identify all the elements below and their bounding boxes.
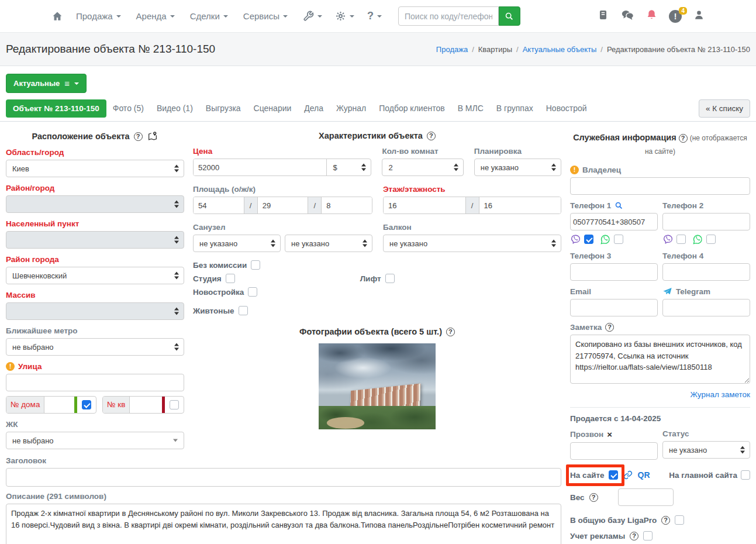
nav-menu-deals[interactable]: Сделки xyxy=(190,11,228,21)
gear-icon[interactable] xyxy=(335,11,354,22)
tab-photo[interactable]: Фото (5) xyxy=(106,99,150,118)
phone2-whatsapp-checkbox[interactable] xyxy=(706,235,716,244)
tab-client-match[interactable]: Подбор клиентов xyxy=(372,99,451,118)
nav-menu-sales[interactable]: Продажа xyxy=(76,11,121,21)
apartment-checkbox[interactable] xyxy=(170,400,179,409)
tab-tasks[interactable]: Дела xyxy=(298,99,330,118)
phone2-viber-checkbox[interactable] xyxy=(676,235,686,244)
call-input[interactable] xyxy=(570,442,658,460)
city-district-select[interactable]: Шевченковский xyxy=(6,267,184,284)
owner-input[interactable] xyxy=(570,177,750,195)
help-icon[interactable]: ? xyxy=(661,516,670,525)
floor-input[interactable] xyxy=(384,197,465,214)
ads-checkbox[interactable] xyxy=(643,531,653,540)
tab-video[interactable]: Видео (1) xyxy=(150,99,199,118)
home-icon[interactable] xyxy=(51,11,63,22)
object-title-input[interactable] xyxy=(6,468,561,487)
help-icon[interactable]: ? xyxy=(427,132,436,140)
back-to-list-button[interactable]: « К списку xyxy=(699,99,750,118)
help-icon[interactable]: ? xyxy=(630,532,638,540)
alerts-coin-icon[interactable]: !4 xyxy=(669,10,682,23)
breadcrumb-actual-objects[interactable]: Актуальные объекты xyxy=(523,45,597,54)
help-icon[interactable]: ? xyxy=(605,323,614,332)
house-number-input[interactable] xyxy=(44,397,74,413)
help-menu[interactable]: ? xyxy=(367,10,382,22)
floors-total-input[interactable] xyxy=(479,197,561,214)
layout-select[interactable]: не указано xyxy=(474,159,561,176)
search-button[interactable] xyxy=(499,6,520,26)
nav-menu-services[interactable]: Сервисы xyxy=(243,11,288,21)
tab-export[interactable]: Выгрузка xyxy=(199,99,247,118)
tab-scenarios[interactable]: Сценарии xyxy=(247,99,298,118)
bathroom-select-1[interactable]: не указано xyxy=(193,235,281,252)
call-label: Прозвон × xyxy=(570,429,658,439)
phone1-whatsapp-checkbox[interactable] xyxy=(614,235,623,244)
pets-checkbox[interactable] xyxy=(239,306,248,315)
tab-log[interactable]: Журнал xyxy=(330,99,372,118)
apartment-input[interactable] xyxy=(130,397,162,413)
profile-icon[interactable] xyxy=(693,9,705,23)
chevron-down-icon xyxy=(223,15,228,18)
area-kitchen-input[interactable] xyxy=(322,197,372,214)
elevator-checkbox[interactable] xyxy=(385,274,395,283)
telegram-input[interactable] xyxy=(662,299,750,316)
help-icon[interactable]: ? xyxy=(134,132,143,141)
wrench-icon[interactable] xyxy=(303,11,322,22)
phone2-input[interactable] xyxy=(662,213,750,230)
area-total-input[interactable] xyxy=(194,197,244,214)
on-main-checkbox[interactable] xyxy=(741,470,750,480)
help-icon[interactable]: ? xyxy=(589,493,598,502)
map-icon[interactable] xyxy=(147,131,158,142)
tab-newbuild[interactable]: Новострой xyxy=(540,99,593,118)
link-icon[interactable] xyxy=(623,470,633,480)
phone2-messengers xyxy=(662,233,750,245)
tab-mls[interactable]: В МЛС xyxy=(451,99,490,118)
new-building-checkbox[interactable] xyxy=(248,287,257,297)
region-select[interactable]: Киев xyxy=(6,160,184,177)
nav-menu-rent[interactable]: Аренда xyxy=(136,11,175,21)
tab-groups[interactable]: В группах xyxy=(490,99,540,118)
note-textarea[interactable]: Скопировано из базы внешних источников, … xyxy=(570,335,750,384)
phone4-input[interactable] xyxy=(662,263,750,281)
phone-search-icon[interactable] xyxy=(615,201,623,210)
clear-icon[interactable]: × xyxy=(607,429,612,439)
object-photo-thumbnail[interactable] xyxy=(319,343,436,429)
status-select[interactable]: не указано xyxy=(662,441,750,459)
select-arrows-icon xyxy=(174,165,179,173)
search-input[interactable] xyxy=(398,6,499,26)
chat-icon[interactable] xyxy=(620,9,634,23)
qr-link[interactable]: QR xyxy=(638,470,650,480)
actual-status-button[interactable]: Актуальные ≡ xyxy=(6,74,87,93)
tab-object[interactable]: Объект № 213-110-150 xyxy=(6,99,106,118)
breadcrumb-flats[interactable]: Квартиры xyxy=(478,45,512,54)
no-commission-checkbox[interactable] xyxy=(251,260,260,270)
description-textarea[interactable]: Продаж 2-х кімнатної квартири в Деснянсь… xyxy=(6,504,561,544)
metro-select[interactable]: не выбрано xyxy=(6,338,184,356)
on-site-checkbox[interactable] xyxy=(609,470,618,480)
weight-input[interactable] xyxy=(618,488,674,506)
studio-checkbox[interactable] xyxy=(226,274,235,283)
help-icon[interactable]: ? xyxy=(679,134,688,143)
notifications-bell-icon[interactable] xyxy=(646,9,657,23)
location-section: Расположение объекта ? Область/город Кие… xyxy=(6,126,184,449)
ligapro-checkbox[interactable] xyxy=(675,515,684,525)
price-input[interactable] xyxy=(194,159,326,175)
phone1-input[interactable] xyxy=(570,213,658,230)
rooms-select[interactable]: 2 xyxy=(382,159,463,176)
breadcrumb-sales[interactable]: Продажа xyxy=(436,45,468,54)
email-input[interactable] xyxy=(570,299,658,316)
note-log-link[interactable]: Журнал заметок xyxy=(691,390,751,399)
complex-select[interactable]: не выбрано xyxy=(6,432,184,449)
phone3-input[interactable] xyxy=(570,263,658,281)
status-label: Статус xyxy=(662,429,750,438)
street-input[interactable] xyxy=(6,374,184,391)
bathroom-select-2[interactable]: не указано xyxy=(285,235,372,252)
currency-select[interactable]: $ xyxy=(326,159,371,175)
journal-icon[interactable] xyxy=(598,9,609,23)
area-living-input[interactable] xyxy=(258,197,308,214)
phone1-viber-checkbox[interactable] xyxy=(584,235,593,244)
house-number-checkbox[interactable] xyxy=(82,400,91,409)
balcony-select[interactable]: не указано xyxy=(383,235,561,252)
menu-icon: ≡ xyxy=(64,78,70,88)
help-icon[interactable]: ? xyxy=(446,328,455,336)
